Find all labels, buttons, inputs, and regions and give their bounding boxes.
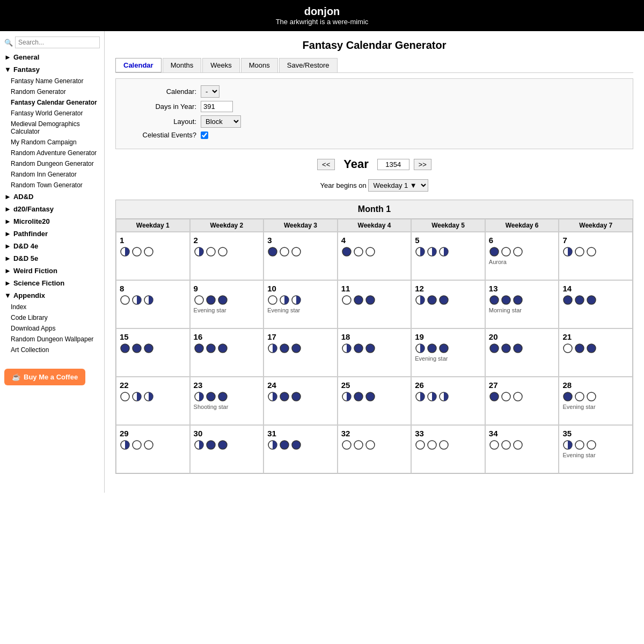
svg-point-62 — [587, 344, 596, 353]
calendar-day-16: 16 — [190, 328, 264, 377]
moon-phases-row — [341, 295, 408, 305]
svg-point-97 — [428, 441, 436, 449]
sidebar-item-random-dungeon-wallpaper[interactable]: Random Dungeon Wallpaper — [0, 334, 104, 345]
svg-point-59 — [514, 344, 522, 353]
sidebar-item-fantasy-world-generator[interactable]: Fantasy World Generator — [0, 108, 104, 119]
arrow-icon: ▼ — [4, 65, 11, 74]
svg-point-52 — [354, 344, 363, 353]
sidebar-section-weirdfiction[interactable]: ► Weird Fiction — [0, 265, 104, 277]
sidebar-section-dd4e[interactable]: ► D&D 4e — [0, 240, 104, 252]
moon-2 — [279, 295, 290, 305]
day-number: 8 — [120, 284, 186, 293]
sidebar-section-dd5e[interactable]: ► D&D 5e — [0, 252, 104, 265]
svg-point-46 — [207, 344, 215, 353]
sidebar-section-pathfinder[interactable]: ► Pathfinder — [0, 228, 104, 240]
moon-phases-row — [415, 440, 481, 450]
sidebar-item-code-library[interactable]: Code Library — [0, 312, 104, 323]
moon-3 — [143, 343, 154, 354]
sidebar-item-random-adventure-generator[interactable]: Random Adventure Generator — [0, 148, 104, 158]
moon-2 — [279, 391, 290, 402]
svg-point-67 — [207, 392, 215, 401]
svg-point-43 — [133, 344, 141, 353]
sidebar-item-art-collection[interactable]: Art Collection — [0, 345, 104, 355]
sidebar-item-random-generator[interactable]: Random Generator — [0, 86, 104, 97]
moon-2 — [574, 343, 585, 354]
moon-phases-row — [562, 295, 629, 305]
moon-phases-row — [489, 391, 555, 402]
sidebar-item-index[interactable]: Index — [0, 302, 104, 312]
moon-1 — [341, 440, 352, 450]
sidebar-section-add[interactable]: ► AD&D — [0, 191, 104, 203]
sidebar-section-appendix[interactable]: ▼ Appendix — [0, 289, 104, 302]
sidebar-item-medieval-demographics-calculator[interactable]: Medieval Demographics Calculator — [0, 119, 104, 137]
sidebar-section-fantasy[interactable]: ▼ Fantasy — [0, 63, 104, 76]
arrow-icon: ► — [4, 242, 11, 250]
calendar-select[interactable]: - — [201, 85, 219, 98]
svg-point-78 — [490, 392, 499, 401]
moon-phases-row — [267, 246, 334, 257]
search-input[interactable] — [15, 36, 100, 48]
tab-weeks[interactable]: Weeks — [202, 58, 240, 72]
days-input[interactable] — [201, 101, 233, 112]
calendar-day-20: 20 — [485, 328, 559, 377]
moon-phases-row — [267, 391, 334, 402]
svg-point-88 — [207, 441, 215, 449]
moon-phases-row — [562, 391, 629, 402]
arrow-icon: ► — [4, 279, 11, 287]
calendar-day-13: 13 Morning star — [485, 280, 559, 328]
sidebar-section-d20fantasy[interactable]: ► d20/Fantasy — [0, 203, 104, 215]
moon-1 — [415, 295, 426, 305]
svg-point-83 — [587, 392, 596, 401]
svg-point-85 — [133, 441, 141, 449]
moon-3 — [513, 343, 523, 354]
svg-point-10 — [354, 247, 363, 256]
svg-point-36 — [490, 296, 499, 304]
moon-3 — [291, 440, 302, 450]
calendar-grid: Weekday 1Weekday 2Weekday 3Weekday 4Week… — [116, 219, 633, 473]
layout-select[interactable]: Block Flowing — [201, 115, 241, 128]
sidebar-item-fantasy-name-generator[interactable]: Fantasy Name Generator — [0, 76, 104, 86]
moon-3 — [586, 343, 597, 354]
tab-save-restore[interactable]: Save/Restore — [279, 58, 338, 72]
moon-2 — [279, 343, 290, 354]
day-number: 4 — [341, 236, 408, 245]
tab-moons[interactable]: Moons — [241, 58, 278, 72]
svg-point-80 — [514, 392, 522, 401]
sidebar-section-microlite20[interactable]: ► Microlite20 — [0, 215, 104, 228]
col-header-weekday-2: Weekday 2 — [190, 219, 264, 232]
moon-2 — [427, 391, 437, 402]
moon-2 — [427, 440, 437, 450]
next-year-button[interactable]: >> — [414, 159, 431, 170]
celestial-checkbox[interactable] — [201, 131, 208, 139]
moon-1 — [120, 391, 130, 402]
celestial-event: Evening star — [194, 307, 260, 313]
sidebar-item-random-inn-generator[interactable]: Random Inn Generator — [0, 169, 104, 180]
year-input[interactable] — [377, 159, 409, 170]
moon-2 — [206, 246, 216, 257]
sidebar-item-random-dungeon-generator[interactable]: Random Dungeon Generator — [0, 158, 104, 169]
svg-point-70 — [280, 392, 289, 401]
tab-months[interactable]: Months — [163, 58, 202, 72]
bmc-button[interactable]: ☕ Buy Me a Coffee — [4, 369, 85, 385]
tab-calendar[interactable]: Calendar — [115, 58, 162, 72]
svg-point-31 — [354, 296, 363, 304]
sidebar-item-my-random-campaign[interactable]: My Random Campaign — [0, 137, 104, 148]
day-number: 16 — [194, 332, 260, 341]
sidebar-item-fantasy-calendar-generator[interactable]: Fantasy Calendar Generator — [0, 97, 104, 108]
year-begins-select[interactable]: Weekday 1 ▼ — [368, 179, 428, 192]
moon-3 — [513, 391, 523, 402]
sidebar: 🔍 ► General▼ FantasyFantasy Name Generat… — [0, 31, 105, 493]
moon-2 — [131, 246, 142, 257]
calendar-day-12: 12 — [411, 280, 485, 328]
sidebar-item-download-apps[interactable]: Download Apps — [0, 323, 104, 334]
moon-1 — [341, 295, 352, 305]
svg-point-49 — [280, 344, 289, 353]
moon-phases-row — [489, 295, 555, 305]
prev-year-button[interactable]: << — [317, 159, 335, 170]
calendar-day-9: 9 Evening star — [190, 280, 264, 328]
sidebar-section-sciencefiction[interactable]: ► Science Fiction — [0, 277, 104, 289]
celestial-label: Celestial Events? — [127, 131, 196, 139]
moon-3 — [365, 391, 376, 402]
sidebar-section-general[interactable]: ► General — [0, 51, 104, 63]
sidebar-item-random-town-generator[interactable]: Random Town Generator — [0, 180, 104, 191]
